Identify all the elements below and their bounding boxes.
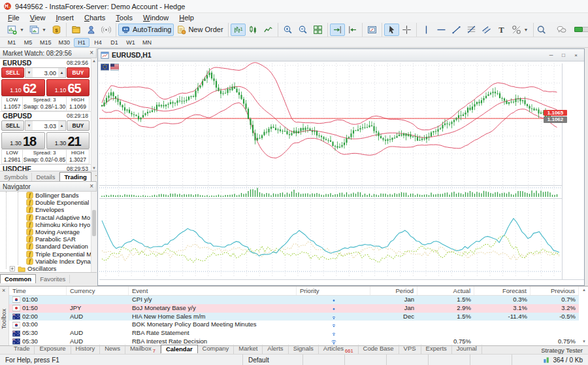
navigator-scrollbar[interactable] xyxy=(91,192,97,272)
chart-area[interactable]: 1.1065 1.1062 xyxy=(98,61,584,285)
timeframe-mn[interactable]: MN xyxy=(139,38,155,47)
scroll-down-icon[interactable]: ▼ xyxy=(582,339,586,343)
search-button[interactable] xyxy=(534,24,549,36)
menu-item-window[interactable]: Window xyxy=(138,13,174,22)
column-header-previous[interactable]: Previous xyxy=(531,287,579,295)
menu-item-help[interactable]: Help xyxy=(174,13,199,22)
fibo-button[interactable] xyxy=(464,24,479,36)
history-button[interactable]: $ xyxy=(49,24,64,36)
table-row[interactable]: 02:00AUDHIA New Home Sales m/mDec1.5%-11… xyxy=(9,313,579,321)
chat-button[interactable] xyxy=(554,24,569,36)
scroll-down-icon[interactable]: ▼ xyxy=(92,166,96,170)
table-row[interactable]: 01:00CPI y/yJan1.5%0.3%0.7% xyxy=(9,296,579,304)
scroll-up-icon[interactable]: ▲ xyxy=(92,59,96,63)
navigator-item[interactable]: fTriple Exponential M xyxy=(0,251,91,258)
navigator-tab-common[interactable]: Common xyxy=(0,274,36,283)
column-header-event[interactable]: Event xyxy=(129,287,297,295)
navigator-item[interactable]: fEnvelopes xyxy=(0,206,91,213)
new-chart-button[interactable]: ▼ xyxy=(5,24,27,36)
order-button[interactable]: New Order xyxy=(174,24,225,36)
shift-button[interactable] xyxy=(345,24,360,36)
market-watch-tab-details[interactable]: Details xyxy=(32,173,59,181)
close-icon[interactable]: × xyxy=(90,183,93,190)
navigator-item[interactable]: fStandard Deviation xyxy=(0,243,91,250)
volume-value[interactable]: 3.00 xyxy=(33,69,58,77)
menu-item-view[interactable]: View xyxy=(25,13,51,22)
strategy-tester-label[interactable]: Strategy Tester xyxy=(541,347,588,354)
column-header-time[interactable]: Time xyxy=(9,287,67,295)
profiles-button[interactable]: ▼ xyxy=(27,24,49,36)
minimize-icon[interactable]: ─ xyxy=(546,51,557,60)
person-button[interactable] xyxy=(84,24,99,36)
timeframe-w1[interactable]: W1 xyxy=(123,38,139,47)
buy-button[interactable]: BUY xyxy=(67,67,90,78)
buy-button[interactable]: BUY xyxy=(67,120,90,131)
volume-stepper[interactable]: ▼3.03▲ xyxy=(25,120,66,131)
bars-button[interactable]: 1 xyxy=(231,24,246,36)
navigator-item[interactable]: fIchimoku Kinko Hyo xyxy=(0,221,91,228)
close-icon[interactable]: × xyxy=(90,50,93,56)
menu-item-charts[interactable]: Charts xyxy=(79,13,110,22)
dropdown-caret-icon[interactable]: ▼ xyxy=(524,27,529,32)
scrollbar-thumb[interactable] xyxy=(92,210,96,236)
navigator-item[interactable]: fMoving Average xyxy=(0,228,91,235)
navigator-item[interactable]: fFractal Adaptive Mo xyxy=(0,214,91,221)
signal-button[interactable] xyxy=(99,24,114,36)
crosshair-button[interactable] xyxy=(399,24,414,36)
timeframe-h4[interactable]: H4 xyxy=(90,38,106,47)
cursor-button[interactable] xyxy=(384,24,399,36)
zoomin-button[interactable] xyxy=(280,24,295,36)
timeframe-m30[interactable]: M30 xyxy=(56,38,74,47)
column-header-forecast[interactable]: Forecast xyxy=(474,287,531,295)
calendar-scrollbar[interactable]: ▲ ▼ xyxy=(580,287,588,346)
hline-button[interactable] xyxy=(434,24,449,36)
symbol-row[interactable]: USDCHF08:29:53 xyxy=(0,164,91,171)
navigator-folder-oscillators[interactable]: Oscillators xyxy=(0,265,91,272)
market-watch-tab-ticks[interactable]: Ticks xyxy=(91,173,97,181)
autoscroll-button[interactable] xyxy=(330,24,345,36)
timeframe-d1[interactable]: D1 xyxy=(106,38,122,47)
timeframe-m5[interactable]: M5 xyxy=(20,38,36,47)
sell-button[interactable]: SELL xyxy=(1,67,24,78)
price-chart[interactable] xyxy=(98,61,584,285)
navigator-tab-favorites[interactable]: Favorites xyxy=(36,275,70,283)
column-header-priority[interactable]: Priority xyxy=(297,287,370,295)
volume-value[interactable]: 3.03 xyxy=(33,122,58,130)
dropdown-caret-icon[interactable]: ▼ xyxy=(20,27,24,32)
market-watch-tab-trading[interactable]: Trading xyxy=(59,172,91,181)
linechart-button[interactable] xyxy=(261,24,276,36)
navigator-item[interactable]: fParabolic SAR xyxy=(0,235,91,243)
stepper-up-icon[interactable]: ▲ xyxy=(58,68,65,77)
navigator-item[interactable]: fVariable Index Dyna xyxy=(0,258,91,265)
menu-item-file[interactable]: File xyxy=(3,13,25,22)
column-header-currency[interactable]: Currency xyxy=(67,287,129,295)
zoomout-button[interactable] xyxy=(295,24,310,36)
restore-icon[interactable]: □ xyxy=(558,51,569,60)
status-profile[interactable]: Default xyxy=(243,355,303,365)
stepper-down-icon[interactable]: ▼ xyxy=(25,68,33,77)
scroll-up-icon[interactable]: ▲ xyxy=(582,288,586,292)
navigator-item[interactable]: fBollinger Bands xyxy=(0,192,91,199)
symbol-row[interactable]: EURUSD08:29:56 xyxy=(0,58,91,66)
shapes-button[interactable]: ▼ xyxy=(509,24,531,36)
column-header-period[interactable]: Period xyxy=(370,287,417,295)
channels-button[interactable] xyxy=(479,24,494,36)
volume-stepper[interactable]: ▼3.00▲ xyxy=(25,67,66,78)
timeframe-m15[interactable]: M15 xyxy=(37,38,55,47)
menu-item-tools[interactable]: Tools xyxy=(110,13,138,22)
close-icon[interactable]: × xyxy=(2,287,5,294)
timeframe-h1[interactable]: H1 xyxy=(74,38,90,47)
book-button[interactable] xyxy=(69,24,84,36)
candles-button[interactable] xyxy=(246,24,261,36)
table-row[interactable]: 05:30AUDRBA Rate Statement xyxy=(9,329,579,338)
dock-button[interactable] xyxy=(365,24,380,36)
menu-item-insert[interactable]: Insert xyxy=(50,13,79,22)
chart-window-titlebar[interactable]: EURUSD,H1 ─ □ × xyxy=(98,49,584,61)
robot-button[interactable]: AutoTrading xyxy=(118,24,174,36)
close-icon[interactable]: × xyxy=(570,51,581,60)
vline-button[interactable] xyxy=(419,24,434,36)
market-watch-scrollbar[interactable]: ▲ ▼ xyxy=(91,58,97,171)
text-button[interactable]: T xyxy=(494,24,509,36)
navigator-item[interactable]: fDouble Exponential xyxy=(0,199,91,206)
toolbox-tab-calendar[interactable]: Calendar xyxy=(161,345,198,353)
